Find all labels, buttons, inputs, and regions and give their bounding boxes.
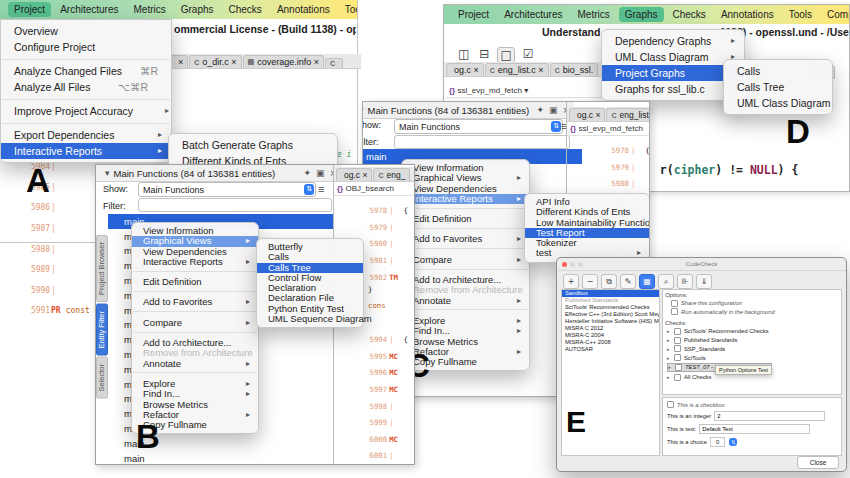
menu-item[interactable]	[403, 228, 528, 231]
check-row[interactable]: ▸ SciTools' Recommended Checks	[667, 328, 841, 335]
show-select[interactable]: Main Functions ⇅	[138, 182, 316, 197]
menu-item[interactable]: Interactive Reports▸	[132, 257, 258, 267]
select-stepper-icon[interactable]: ⇅	[551, 121, 561, 132]
menu-item[interactable]: Compare▸	[402, 255, 529, 265]
list-item[interactable]: Published Standards	[562, 297, 659, 304]
breadcrumb[interactable]: {} ssl_evp_md_fetch	[567, 122, 650, 136]
expander-icon[interactable]: ▸	[667, 328, 671, 334]
toolbar-icon[interactable]: ✎	[620, 274, 636, 289]
filter-input[interactable]	[394, 135, 570, 149]
pin-icon[interactable]: ✦	[536, 105, 544, 115]
editor-tab[interactable]: C bio_ssl.	[550, 63, 599, 76]
tasks-icon[interactable]: ☑	[521, 47, 536, 63]
checkbox-icon[interactable]	[674, 345, 681, 352]
list-item[interactable]: Hersteller Initiative Software (HIS) Met…	[562, 318, 659, 325]
menu-item[interactable]: Analyze Changed Files⌘R	[1, 63, 171, 79]
menubar-item[interactable]: Tools	[783, 7, 818, 22]
menubar-item[interactable]: Checks	[667, 7, 712, 22]
menu-item[interactable]	[133, 271, 257, 274]
menubar-item[interactable]: Architectures	[54, 2, 124, 17]
checkbox-icon[interactable]	[667, 401, 674, 408]
float-icon[interactable]: ▣	[549, 105, 558, 115]
menubar-item[interactable]: Graphs	[175, 2, 220, 17]
menu-item[interactable]	[403, 248, 528, 251]
option-row[interactable]: Run automatically in the background	[671, 308, 841, 315]
menu-item[interactable]	[2, 123, 170, 124]
menu-item[interactable]	[133, 311, 257, 314]
menu-item[interactable]	[2, 99, 170, 100]
expander-icon[interactable]: ▸	[668, 364, 672, 370]
editor-tab[interactable]: ▤ coverage.info ×	[243, 55, 324, 68]
toolbar-icon[interactable]: ⇓	[696, 274, 712, 289]
menu-item[interactable]: Dependency Graphs▸	[602, 33, 744, 49]
list-item[interactable]: MISRA-C 2004	[562, 332, 659, 339]
toolbar-icon[interactable]: ⊪	[677, 274, 693, 289]
menu-item[interactable]: Configure Project	[1, 39, 171, 55]
breadcrumb[interactable]: {} ssl_evp_md_fetch ▾	[446, 84, 602, 98]
toolbar-icon[interactable]: −	[582, 274, 598, 289]
submenu-item[interactable]: UML Sequence Diagram	[257, 314, 363, 324]
menubar-item[interactable]: Project	[452, 7, 495, 22]
menu-item[interactable]: Overview	[1, 23, 171, 39]
split-columns-icon[interactable]: ◫	[456, 47, 471, 63]
list-item[interactable]: AUTOSAR	[562, 346, 659, 353]
editor-tab[interactable]: C eng_list.c	[606, 108, 650, 121]
submenu-item[interactable]: UML Class Diagram	[724, 95, 832, 111]
chevron-down-icon[interactable]: ▾	[105, 168, 110, 178]
menubar-item[interactable]: Checks	[223, 2, 268, 17]
submenu-item[interactable]: Batch Generate Graphs	[169, 137, 337, 153]
toolbar-icon[interactable]: ⧉	[601, 274, 617, 289]
checkbox-icon[interactable]	[674, 354, 681, 361]
editor-tab[interactable]: C o_dir.c ×	[189, 55, 241, 68]
expander-icon[interactable]: ▸	[667, 346, 671, 352]
menu-item[interactable]: Export Dependencies▸	[1, 127, 171, 143]
toolbar-icon[interactable]: ⌕	[658, 274, 674, 289]
list-item[interactable]: MISRA C 2012	[562, 325, 659, 332]
editor-tab[interactable]: og.c ×	[569, 108, 605, 121]
select-stepper-icon[interactable]: ⇅	[304, 184, 314, 195]
menu-item[interactable]: Interactive Reports▸	[1, 143, 171, 159]
check-row[interactable]: ▸ SciTools	[667, 354, 841, 361]
list-item[interactable]: Sandbox	[562, 290, 659, 297]
filter-input[interactable]	[138, 198, 332, 212]
editor-tab[interactable]: C eng_	[373, 168, 410, 181]
menubar-item[interactable]: Architectures	[498, 7, 568, 22]
menu-item[interactable]: Improve Project Accuracy▸	[1, 103, 171, 119]
menu-item[interactable]: Annotate▸	[132, 359, 258, 369]
float-icon[interactable]: ▣	[316, 168, 325, 178]
menubar-item[interactable]: Annotations	[271, 2, 336, 17]
maximize-view-icon[interactable]: □	[497, 47, 514, 63]
menu-item[interactable]	[2, 59, 170, 60]
check-row[interactable]: ▸ Published Standards	[667, 337, 841, 344]
submenu-item[interactable]: Calls Tree	[724, 79, 832, 95]
checkbox-icon[interactable]	[674, 337, 681, 344]
checkbox-icon[interactable]	[674, 328, 681, 335]
editor-tab[interactable]: C	[325, 58, 343, 68]
expander-icon[interactable]: ▸	[667, 337, 671, 343]
editor-tab[interactable]: ×	[170, 55, 188, 68]
editor-tab[interactable]: C eng_list.c ×	[485, 63, 549, 76]
sidebar-tab[interactable]: Entity Filter	[96, 304, 108, 356]
menu-item[interactable]: Add to Favorites▸	[132, 297, 258, 307]
menubar-item[interactable]: Annotations	[715, 7, 780, 22]
editor-tab[interactable]: og.c ×	[336, 168, 372, 181]
close-button[interactable]: Close	[797, 456, 839, 469]
checkbox-icon[interactable]	[671, 308, 678, 315]
toolbar-icon[interactable]: +	[563, 274, 579, 289]
menubar-item[interactable]: Metrics	[127, 2, 171, 17]
checkbox-icon[interactable]	[674, 374, 681, 381]
menu-item[interactable]: Edit Definition	[132, 277, 258, 287]
menubar-item[interactable]: Tools	[339, 2, 357, 17]
menu-item[interactable]	[133, 291, 257, 294]
list-item[interactable]: MISRA-C++ 2008	[562, 339, 659, 346]
dialog-titlebar[interactable]: CodeCheck	[557, 258, 846, 271]
expander-icon[interactable]: ▸	[667, 355, 671, 361]
sidebar-tab[interactable]: Selector	[96, 357, 108, 399]
pin-icon[interactable]: ✦	[303, 168, 311, 178]
check-row[interactable]: ▸ SSP_Standards	[667, 345, 841, 352]
menu-item[interactable]	[133, 332, 257, 335]
text-input[interactable]	[699, 424, 810, 434]
menu-item[interactable]: Interactive Reports▸	[402, 194, 529, 204]
list-item[interactable]: Effective C++ (3rd Edition) Scott Meyers	[562, 311, 659, 318]
choice-stepper-icon[interactable]: ⇅	[729, 438, 737, 446]
